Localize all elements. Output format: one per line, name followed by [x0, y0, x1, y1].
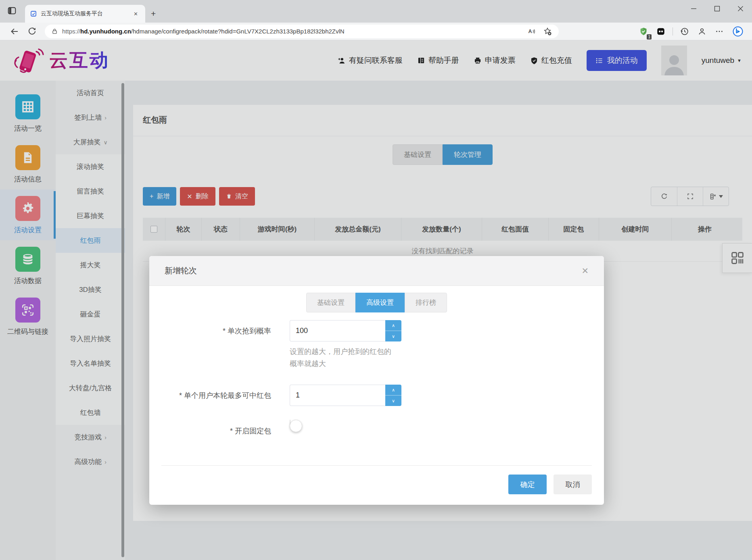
window-close-icon[interactable]	[729, 0, 752, 17]
toggle-knob	[290, 420, 302, 432]
new-tab-icon[interactable]: +	[151, 9, 156, 19]
modal-tab-leaderboard[interactable]: 排行榜	[405, 293, 447, 312]
browser-toolbar: https://hd.yunhudong.cn/hdmanage/configr…	[0, 23, 752, 40]
url-bar[interactable]: https://hd.yunhudong.cn/hdmanage/configr…	[45, 25, 559, 38]
more-icon[interactable]	[712, 25, 727, 37]
modal-tab-advanced-settings[interactable]: 高级设置	[355, 293, 405, 312]
browser-tab-bar: 云互动现场互动服务平台 ✕ +	[0, 0, 752, 23]
modal-tab-basic-settings[interactable]: 基础设置	[306, 293, 355, 312]
modal-tabs: 基础设置 高级设置 排行榜	[149, 293, 604, 312]
tab-favicon-icon	[30, 10, 37, 17]
shield-badge: 1	[647, 34, 652, 40]
modal-close-icon[interactable]: ✕	[581, 266, 589, 276]
max-packets-per-user-input[interactable]	[290, 385, 385, 406]
favorite-icon[interactable]	[539, 27, 556, 36]
spinner-down-icon[interactable]: ∨	[385, 396, 401, 406]
svg-text:A: A	[528, 29, 532, 34]
spinner-up-icon[interactable]: ∧	[385, 320, 401, 331]
lock-icon	[51, 27, 58, 35]
workspaces-icon[interactable]	[6, 6, 17, 16]
bing-icon[interactable]	[729, 24, 746, 39]
max-packets-per-user-label: * 单个用户本轮最多可中红包	[149, 385, 271, 406]
enable-fixed-packet-label: * 开启固定包	[149, 420, 271, 436]
confirm-button[interactable]: 确定	[508, 475, 547, 494]
browser-tab[interactable]: 云互动现场互动服务平台 ✕	[25, 5, 145, 23]
cancel-button[interactable]: 取消	[554, 475, 592, 494]
window-minimize-icon[interactable]	[682, 0, 705, 17]
window-maximize-icon[interactable]	[705, 0, 729, 17]
single-grab-probability-input[interactable]	[290, 320, 385, 341]
modal-title: 新增轮次	[165, 265, 197, 276]
tab-title: 云互动现场互动服务平台	[41, 10, 131, 17]
history-icon[interactable]	[677, 25, 692, 37]
spinner-up-icon[interactable]: ∧	[385, 385, 401, 396]
profile-icon[interactable]	[695, 25, 709, 37]
url-text: https://hd.yunhudong.cn/hdmanage/configr…	[62, 28, 523, 35]
fixed-packet-toggle[interactable]	[290, 420, 290, 427]
single-grab-probability-label: * 单次抢到概率	[149, 320, 271, 341]
spinner-down-icon[interactable]: ∨	[385, 331, 401, 341]
probability-help-text: 设置的越大，用户抢到的红包的概率就越大	[290, 346, 391, 370]
tab-close-icon[interactable]: ✕	[131, 10, 140, 18]
add-round-modal: 新增轮次 ✕ 基础设置 高级设置 排行榜 * 单次抢到概率 ∧ ∨ 设置的越大，…	[149, 256, 604, 505]
extension-icon[interactable]	[654, 25, 668, 37]
read-aloud-icon[interactable]: A	[523, 27, 539, 35]
refresh-icon[interactable]	[23, 27, 41, 36]
adblock-shield-icon[interactable]: 1	[636, 25, 651, 38]
back-icon[interactable]	[6, 27, 23, 36]
